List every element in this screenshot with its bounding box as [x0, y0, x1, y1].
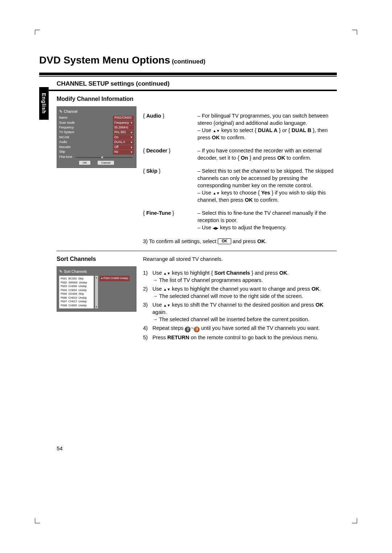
- ok-button-graphic: OK: [218, 238, 231, 244]
- up-icon: [163, 270, 167, 276]
- osd-buttons: OK Cancel: [59, 161, 134, 165]
- page-content: DVD System Menu Options (continued) CHAN…: [39, 54, 337, 343]
- osd-row: DecoderOff: [59, 145, 134, 150]
- list-item: P006CH010Unskip: [61, 296, 92, 300]
- list-item: P008CH005Unskip: [61, 304, 92, 308]
- right-icon: [216, 225, 219, 230]
- crop-mark: [35, 30, 40, 35]
- osd-row: NICAMOn: [59, 135, 134, 140]
- down-icon: [167, 302, 171, 308]
- osd-row: TV SystemPAL B/G: [59, 130, 134, 135]
- modify-heading: Modify Channel Information: [57, 95, 136, 103]
- crop-mark: [35, 518, 40, 523]
- up-icon: [213, 127, 216, 133]
- rule: [39, 90, 337, 91]
- title-continued: (continued): [172, 58, 205, 65]
- list-item: P005GG006Skip: [61, 292, 92, 296]
- osd-title: Channel: [59, 109, 134, 114]
- step-badge-2: 2: [185, 327, 191, 332]
- down-icon: [216, 127, 220, 133]
- scrollbar: ▴▾: [95, 276, 98, 308]
- osd-row: NameP001/Ch003: [59, 116, 134, 120]
- step-4: 4) Repeat steps 2~3 until you have sorte…: [143, 324, 337, 332]
- def-fine-tune: { Fine-Tune } – Select this to fine-tune…: [143, 209, 337, 231]
- osd-row: Frequency55.26MHz: [59, 126, 134, 130]
- osd-row: AudioDUAL A: [59, 140, 134, 145]
- arrow-right-icon: →: [152, 277, 158, 283]
- step-badge-3: 3: [194, 327, 200, 332]
- down-icon: [167, 270, 171, 276]
- title-main: DVD System Menu Options: [39, 54, 170, 66]
- page-title: DVD System Menu Options (continued): [39, 54, 337, 66]
- crop-mark: [352, 518, 357, 523]
- sort-intro: Rearrange all stored TV channels.: [143, 255, 337, 263]
- list-item: P004CH004Unskip: [61, 288, 92, 292]
- up-icon: [163, 286, 167, 292]
- up-icon: [213, 190, 216, 196]
- arrow-right-icon: →: [152, 293, 158, 299]
- step-1: 1) Use keys to highlight { Sort Channels…: [143, 269, 337, 284]
- rule: [39, 73, 337, 75]
- fine-tune-slider: [76, 157, 132, 158]
- list-item: P007CH012Unskip: [61, 300, 92, 304]
- rule: [57, 251, 337, 251]
- sort-list: P001BC020Skip P002SW006Unskip P003CH008U…: [59, 276, 94, 308]
- pencil-icon: [59, 109, 62, 114]
- channel-osd-panel: Channel NameP001/Ch003 Scan modeFrequenc…: [57, 106, 136, 168]
- pencil-icon: [59, 269, 62, 274]
- osd-ok-button: OK: [79, 161, 91, 165]
- confirm-step: 3) To confirm all settings, select OK an…: [143, 238, 337, 245]
- arrow-right-icon: →: [152, 316, 158, 322]
- list-item: P001BC020Skip: [61, 277, 92, 281]
- osd-row: SkipNo: [59, 150, 134, 155]
- sort-heading: Sort Channels: [57, 255, 136, 263]
- osd-row-fine: Fine-tune: [59, 155, 134, 159]
- def-decoder: { Decoder } – If you have connected the …: [143, 147, 337, 161]
- down-icon: [216, 190, 220, 196]
- up-icon: [163, 302, 167, 308]
- section-header: CHANNEL SETUP settings (continued): [39, 77, 337, 90]
- left-icon: [213, 225, 216, 230]
- step-2: 2) Use keys to highlight the channel you…: [143, 285, 337, 300]
- page-number: 54: [57, 445, 63, 451]
- moved-channel: P003 CH008 Unskip: [99, 276, 130, 281]
- step-5: 5) Press RETURN on the remote control to…: [143, 334, 337, 341]
- osd-title: Sort Channels: [59, 269, 134, 274]
- osd-cancel-button: Cancel: [98, 161, 114, 165]
- def-audio: { { Audio }Audio } – For bilingual TV pr…: [143, 112, 337, 141]
- sort-osd-panel: Sort Channels P001BC020Skip P002SW006Uns…: [57, 266, 136, 312]
- list-item: P003CH008Unskip: [61, 284, 92, 288]
- list-item: P002SW006Unskip: [61, 281, 92, 285]
- down-icon: [167, 286, 171, 292]
- osd-row: Scan modeFrequency: [59, 120, 134, 125]
- step-3: 3) Use keys to shift the TV channel to t…: [143, 301, 337, 323]
- crop-mark: [352, 30, 357, 35]
- def-skip: { Skip } – Select this to set the channe…: [143, 167, 337, 204]
